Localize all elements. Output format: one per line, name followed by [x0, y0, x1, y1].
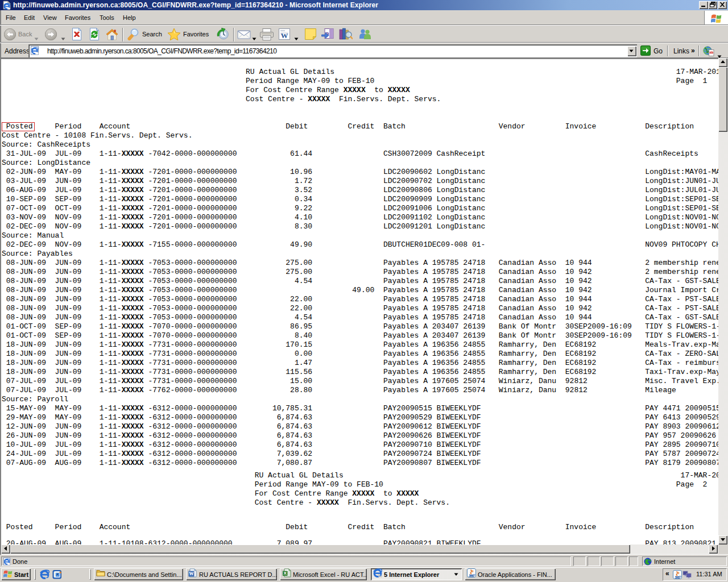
svg-text:W: W — [189, 571, 194, 576]
svg-text:X: X — [284, 571, 287, 576]
svg-text:PDF: PDF — [709, 51, 714, 53]
svg-text:W: W — [281, 31, 288, 40]
